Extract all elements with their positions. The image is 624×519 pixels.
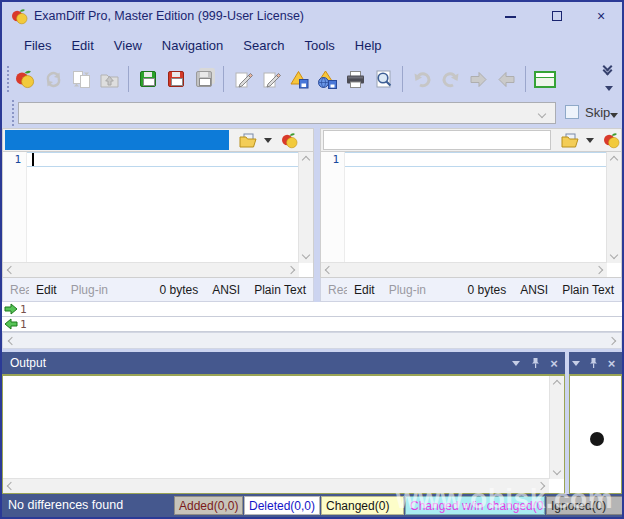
right-pane-status-bar: Read Edit Plug-in 0 bytes ANSI Plain Tex…: [320, 278, 622, 302]
next-difference-icon[interactable]: [465, 65, 491, 93]
save-differences-icon[interactable]: [286, 65, 312, 93]
overview-close-icon[interactable]: ×: [604, 355, 619, 371]
output-content[interactable]: [2, 374, 565, 494]
overview-pin-icon[interactable]: [587, 355, 602, 371]
right-edit-indicator[interactable]: Edit: [347, 283, 382, 297]
menu-files[interactable]: Files: [14, 34, 61, 57]
right-syntax: Plain Text: [555, 283, 621, 297]
close-button[interactable]: ×: [588, 2, 614, 30]
left-line-number: 1: [14, 153, 21, 166]
open-files-icon[interactable]: [96, 65, 122, 93]
left-pane: 1 Read Edit Plug-in 0 bytes ANSI Plain T…: [2, 128, 314, 302]
right-editor[interactable]: 1: [320, 152, 622, 278]
left-file-name-box[interactable]: [5, 130, 229, 150]
title-bar[interactable]: ExamDiff Pro, Master Edition (999-User L…: [2, 2, 622, 30]
left-readonly-indicator[interactable]: Read: [3, 283, 29, 297]
output-horizontal-scrollbar[interactable]: [3, 478, 549, 493]
menu-edit[interactable]: Edit: [61, 34, 103, 57]
toolbar-grip[interactable]: [7, 66, 11, 92]
skip-options-caret-icon[interactable]: [610, 113, 618, 118]
previous-difference-icon[interactable]: [493, 65, 519, 93]
left-pane-status-bar: Read Edit Plug-in 0 bytes ANSI Plain Tex…: [2, 278, 314, 302]
print-preview-icon[interactable]: [370, 65, 396, 93]
overview-menu-caret-icon[interactable]: [569, 355, 584, 371]
inspector-horizontal-scrollbar[interactable]: [2, 332, 622, 349]
right-open-file-icon[interactable]: [561, 133, 579, 148]
compare-files-icon[interactable]: [12, 65, 38, 93]
swap-panes-icon[interactable]: [68, 65, 94, 93]
output-title-bar[interactable]: Output ×: [2, 352, 565, 374]
toolbar-overflow-chevron-icon[interactable]: [604, 66, 611, 74]
combobox-dropdown-icon[interactable]: [538, 110, 546, 118]
refresh-icon[interactable]: [40, 65, 66, 93]
maximize-button[interactable]: [544, 2, 570, 30]
left-vertical-scrollbar[interactable]: [298, 152, 313, 263]
redo-icon[interactable]: [437, 65, 463, 93]
save-both-files-icon[interactable]: [191, 65, 217, 93]
menu-bar: Files Edit View Navigation Search Tools …: [2, 30, 622, 60]
right-plugin-indicator[interactable]: Plug-in: [382, 283, 433, 297]
overview-position-dot: [590, 432, 604, 446]
right-readonly-indicator[interactable]: Read: [321, 283, 347, 297]
menu-navigation[interactable]: Navigation: [152, 34, 233, 57]
left-editor[interactable]: 1: [2, 152, 314, 278]
left-horizontal-scrollbar[interactable]: [3, 262, 299, 277]
inspector-right-line-number: 1: [20, 318, 27, 331]
app-logo-icon: [11, 8, 28, 25]
toolbar: [2, 60, 622, 98]
deleted-count-badge: Deleted(0,0): [244, 496, 320, 515]
compare-combobox[interactable]: [18, 102, 556, 124]
menu-view[interactable]: View: [104, 34, 152, 57]
window-title: ExamDiff Pro, Master Edition (999-User L…: [34, 2, 304, 30]
skip-checkbox[interactable]: [565, 105, 579, 119]
left-file-size: 0 bytes: [152, 283, 205, 297]
ignored-count-badge: Ignored(0): [546, 496, 624, 515]
menu-search[interactable]: Search: [233, 34, 294, 57]
output-menu-caret-icon[interactable]: [508, 355, 524, 371]
menu-help[interactable]: Help: [345, 34, 392, 57]
inspector-row-left-line[interactable]: 1: [2, 302, 622, 317]
output-pin-icon[interactable]: [527, 355, 543, 371]
inspector-row-right-line[interactable]: 1: [2, 317, 622, 332]
toolbar-overflow: [602, 62, 618, 96]
left-recent-files-caret-icon[interactable]: [264, 138, 272, 143]
save-second-file-icon[interactable]: [163, 65, 189, 93]
undo-icon[interactable]: [409, 65, 435, 93]
left-line-gutter: 1: [3, 152, 27, 277]
edit-second-file-icon[interactable]: [258, 65, 284, 93]
text-cursor: [32, 153, 34, 166]
copy-left-arrow-icon[interactable]: [4, 318, 18, 330]
print-icon[interactable]: [342, 65, 368, 93]
minimize-button[interactable]: [498, 2, 524, 30]
right-compare-icon[interactable]: [603, 132, 620, 149]
left-edit-indicator[interactable]: Edit: [29, 283, 64, 297]
output-close-icon[interactable]: ×: [546, 355, 562, 371]
right-file-name-box[interactable]: [323, 130, 551, 150]
menu-tools[interactable]: Tools: [294, 34, 344, 57]
output-panel: Output ×: [2, 352, 565, 494]
right-current-line: [345, 152, 607, 167]
compare-bar-grip[interactable]: [12, 100, 16, 126]
save-first-file-icon[interactable]: [135, 65, 161, 93]
changed-within-changed-count-badge: Changed w/in changed(0): [405, 496, 545, 515]
show-file-comparison-icon[interactable]: [532, 65, 558, 93]
changed-count-badge: Changed(0): [321, 496, 404, 515]
left-open-file-icon[interactable]: [239, 133, 257, 148]
right-recent-files-caret-icon[interactable]: [586, 138, 594, 143]
output-vertical-scrollbar[interactable]: [549, 376, 564, 479]
left-encoding: ANSI: [205, 283, 247, 297]
toolbar-options-caret-icon[interactable]: [605, 86, 613, 91]
copy-right-arrow-icon[interactable]: [4, 303, 18, 315]
edit-first-file-icon[interactable]: [230, 65, 256, 93]
save-differences-as-html-icon[interactable]: [314, 65, 340, 93]
right-horizontal-scrollbar[interactable]: [321, 262, 607, 277]
overview-content[interactable]: [569, 374, 622, 494]
left-compare-icon[interactable]: [281, 132, 298, 149]
inspector-left-line-number: 1: [20, 303, 27, 316]
toolbar-separator: [402, 66, 403, 92]
right-vertical-scrollbar[interactable]: [606, 152, 621, 263]
toolbar-separator: [223, 66, 224, 92]
overview-title-bar[interactable]: ×: [569, 352, 622, 374]
left-plugin-indicator[interactable]: Plug-in: [64, 283, 115, 297]
right-line-gutter: 1: [321, 152, 345, 277]
